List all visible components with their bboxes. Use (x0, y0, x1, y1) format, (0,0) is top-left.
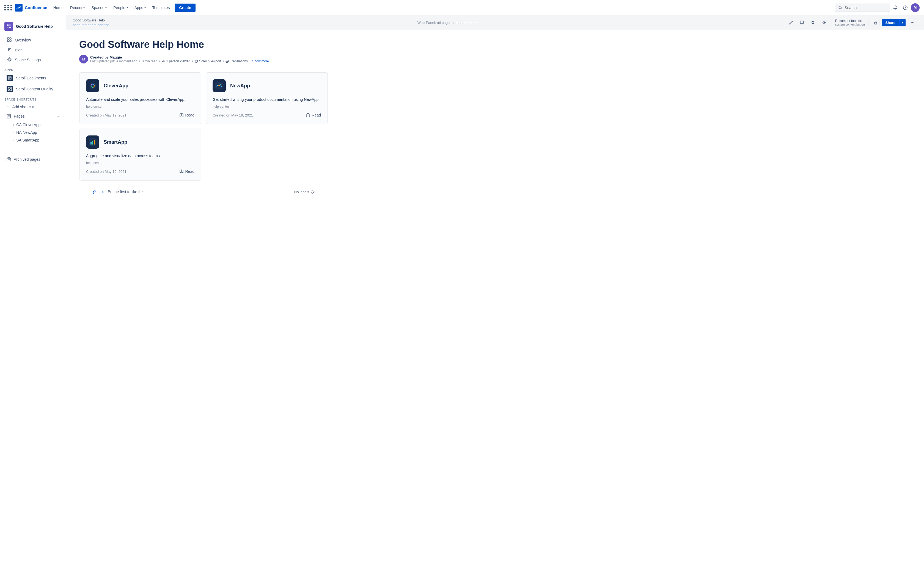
banner-divider (832, 19, 832, 26)
sidebar-item-blog[interactable]: Blog (2, 45, 63, 55)
create-button[interactable]: Create (174, 3, 195, 12)
svg-point-20 (163, 61, 164, 61)
more-options-button[interactable]: ··· (908, 18, 918, 27)
recent-nav-button[interactable]: Recent▾ (67, 4, 87, 11)
sidebar-archived-pages[interactable]: Archived pages (2, 155, 63, 164)
svg-point-18 (823, 22, 824, 23)
confluence-logo-text: Confluence (25, 5, 47, 10)
edit-icon[interactable] (787, 18, 795, 27)
svg-rect-14 (8, 76, 11, 80)
app-switcher-icon[interactable] (5, 5, 13, 10)
people-nav-button[interactable]: People▾ (111, 4, 131, 11)
watch-icon[interactable] (819, 18, 828, 27)
app-card-newapp[interactable]: NewApp Get started writing your product … (206, 72, 328, 124)
smartapp-read-button[interactable]: Read (179, 169, 194, 174)
banner-breadcrumb-area: Good Software Help page.metadata.banner (73, 18, 108, 27)
top-navigation: Confluence Home Recent▾ Spaces▾ People▾ … (0, 0, 924, 15)
sidebar-space-header[interactable]: Good Software Help (0, 20, 66, 35)
card-header: SmartApp (86, 135, 194, 149)
page-author: Created by Maggie (90, 55, 269, 60)
svg-point-13 (9, 59, 10, 60)
newapp-name: NewApp (230, 83, 250, 89)
translations-link[interactable]: Translations (226, 60, 248, 63)
newapp-tag: help-center (213, 105, 321, 108)
views-icon (162, 60, 165, 63)
card-header: CleverApp (86, 79, 194, 92)
footer-like-section: Like Be the first to like this (92, 190, 144, 194)
sidebar-page-sa-smartapp[interactable]: › SA SmartApp (2, 136, 63, 144)
like-button[interactable]: Like (92, 190, 106, 194)
sidebar-item-space-settings[interactable]: Space Settings (2, 55, 63, 65)
show-more-link[interactable]: Show more (252, 60, 269, 63)
main-content: Good Software Help page.metadata.banner … (66, 15, 924, 577)
page-meta-details: Last updated just a moment ago • 0 min r… (90, 60, 269, 63)
newapp-icon (213, 79, 226, 92)
viewed-link[interactable]: 1 person viewed (162, 60, 190, 63)
svg-rect-11 (7, 40, 9, 42)
add-shortcut-icon: + (6, 105, 10, 110)
scroll-documents-icon (6, 75, 13, 81)
svg-point-4 (905, 8, 905, 9)
home-nav-button[interactable]: Home (51, 4, 66, 11)
sidebar-item-scroll-content-quality[interactable]: Scroll Content Quality (2, 84, 63, 95)
read-icon (306, 113, 310, 117)
shortcuts-section-label: SPACE SHORTCUTS (0, 95, 66, 102)
star-icon[interactable] (809, 18, 817, 27)
cleverapp-desc: Automate and scale your sales processes … (86, 97, 194, 103)
svg-rect-9 (7, 38, 9, 39)
sidebar-page-ca-cleverapp[interactable]: › CA CleverApp (2, 121, 63, 129)
svg-rect-15 (8, 87, 11, 91)
document-toolbox: Document toolbox system.content.button (835, 19, 865, 26)
app-cards-grid: CleverApp Automate and scale your sales … (79, 72, 328, 124)
svg-rect-7 (7, 27, 8, 28)
smartapp-date: Created on May 19, 2021 (86, 169, 126, 174)
newapp-desc: Get started writing your product documen… (213, 97, 321, 103)
sidebar: Good Software Help Overview Blog Space S… (0, 15, 66, 577)
spaces-nav-button[interactable]: Spaces▾ (89, 4, 110, 11)
search-box[interactable] (835, 3, 890, 12)
newapp-date: Created on May 19, 2021 (213, 113, 253, 117)
app-cards-bottom-row: SmartApp Aggregate and visualize data ac… (79, 129, 328, 181)
space-icon (5, 22, 13, 31)
confluence-logo-icon (15, 4, 23, 11)
card-header: NewApp (213, 79, 321, 92)
scroll-viewport-link[interactable]: Scroll Viewport (195, 60, 221, 63)
translations-icon (226, 60, 229, 63)
apps-nav-button[interactable]: Apps▾ (132, 4, 149, 11)
pages-icon (6, 114, 11, 118)
sidebar-page-na-newapp[interactable]: › NA NewApp (2, 129, 63, 136)
share-button-group: Share ▾ (882, 19, 906, 26)
sidebar-add-shortcut[interactable]: + Add shortcut (2, 102, 63, 111)
like-desc: Be the first to like this (108, 190, 144, 194)
app-card-cleverapp[interactable]: CleverApp Automate and scale your sales … (79, 72, 201, 124)
restrict-icon[interactable] (872, 19, 879, 26)
apps-section-label: APPS (0, 65, 66, 73)
cleverapp-date: Created on May 19, 2021 (86, 113, 126, 117)
confluence-logo[interactable]: Confluence (15, 4, 47, 11)
banner-divider-2 (868, 19, 869, 26)
newapp-read-button[interactable]: Read (306, 113, 321, 117)
sidebar-item-overview[interactable]: Overview (2, 35, 63, 45)
archived-pages-icon (6, 157, 11, 161)
share-button[interactable]: Share (882, 19, 899, 26)
cleverapp-read-button[interactable]: Read (179, 113, 194, 117)
scroll-content-quality-icon (6, 86, 13, 92)
sidebar-item-scroll-documents[interactable]: Scroll Documents (2, 73, 63, 84)
help-icon (903, 5, 908, 10)
share-caret-button[interactable]: ▾ (899, 19, 906, 26)
banner-metadata-link[interactable]: page.metadata.banner (73, 23, 108, 27)
page-chevron-icon: › (13, 123, 14, 126)
comment-icon[interactable] (798, 18, 806, 27)
pages-more-icon[interactable]: ··· (55, 114, 59, 119)
search-input[interactable] (845, 5, 883, 10)
svg-line-2 (841, 8, 842, 9)
templates-nav-button[interactable]: Templates (150, 4, 173, 11)
app-card-smartapp[interactable]: SmartApp Aggregate and visualize data ac… (79, 129, 201, 181)
read-icon (179, 169, 184, 173)
user-avatar[interactable]: M (911, 3, 919, 12)
notifications-button[interactable] (891, 3, 900, 12)
sidebar-pages-header[interactable]: Pages ··· (2, 111, 63, 121)
help-button[interactable] (901, 3, 910, 12)
page-footer: Like Be the first to like this No labels (79, 185, 328, 198)
banner-actions: Document toolbox system.content.button S… (787, 18, 918, 27)
